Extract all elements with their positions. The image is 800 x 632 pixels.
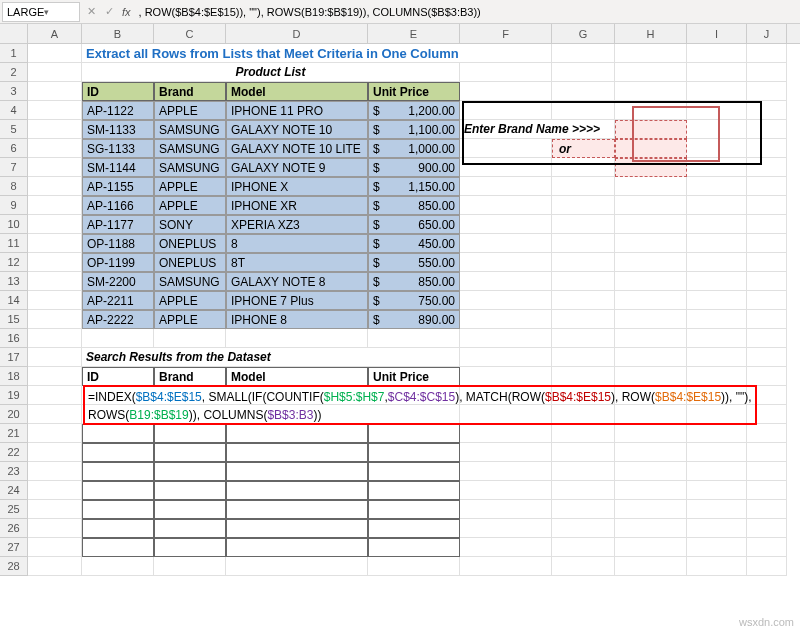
cell[interactable] [747, 63, 787, 82]
col-header-h[interactable]: H [615, 24, 687, 43]
cell[interactable] [747, 253, 787, 272]
result-cell[interactable] [154, 538, 226, 557]
cell[interactable] [747, 405, 787, 424]
cell-brand[interactable]: APPLE [154, 101, 226, 120]
cell-price[interactable]: $890.00 [368, 310, 460, 329]
cell[interactable] [552, 82, 615, 101]
row-header[interactable]: 10 [0, 215, 28, 234]
result-cell[interactable] [226, 462, 368, 481]
cell-id[interactable]: AP-1177 [82, 215, 154, 234]
name-box[interactable]: LARGE ▾ [2, 2, 80, 22]
cell[interactable] [747, 557, 787, 576]
cell-price[interactable]: $650.00 [368, 215, 460, 234]
cell[interactable] [552, 158, 615, 177]
cell[interactable] [687, 348, 747, 367]
cell-price[interactable]: $1,100.00 [368, 120, 460, 139]
cell[interactable] [615, 234, 687, 253]
cell[interactable] [28, 386, 82, 405]
cell-model[interactable]: 8T [226, 253, 368, 272]
cell-brand[interactable]: SAMSUNG [154, 272, 226, 291]
col-header-a[interactable]: A [28, 24, 82, 43]
row-header[interactable]: 4 [0, 101, 28, 120]
col-header-j[interactable]: J [747, 24, 787, 43]
cell[interactable] [82, 557, 154, 576]
cell[interactable] [747, 481, 787, 500]
row-header[interactable]: 3 [0, 82, 28, 101]
cell[interactable] [460, 348, 552, 367]
cell[interactable] [687, 101, 747, 120]
cell-price[interactable]: $450.00 [368, 234, 460, 253]
row-header[interactable]: 2 [0, 63, 28, 82]
cell-id[interactable]: AP-2211 [82, 291, 154, 310]
cell[interactable] [615, 253, 687, 272]
cell[interactable] [615, 519, 687, 538]
cell[interactable] [747, 291, 787, 310]
result-cell[interactable] [226, 424, 368, 443]
cell[interactable] [28, 291, 82, 310]
search-header-model[interactable]: Model [226, 367, 368, 386]
cell[interactable] [747, 196, 787, 215]
cell[interactable] [552, 443, 615, 462]
cell[interactable] [687, 310, 747, 329]
row-header[interactable]: 18 [0, 367, 28, 386]
result-cell[interactable] [82, 424, 154, 443]
cell-price[interactable]: $550.00 [368, 253, 460, 272]
cell[interactable] [552, 272, 615, 291]
search-header-price[interactable]: Unit Price [368, 367, 460, 386]
row-header[interactable]: 21 [0, 424, 28, 443]
cell[interactable] [615, 329, 687, 348]
cell[interactable] [615, 424, 687, 443]
cell[interactable] [28, 63, 82, 82]
search-header-id[interactable]: ID [82, 367, 154, 386]
cell[interactable] [687, 82, 747, 101]
cell[interactable] [28, 462, 82, 481]
row-header[interactable]: 17 [0, 348, 28, 367]
cell[interactable] [368, 329, 460, 348]
cell[interactable] [687, 215, 747, 234]
cell-id[interactable]: AP-1155 [82, 177, 154, 196]
cell[interactable] [747, 139, 787, 158]
cell-model[interactable]: GALAXY NOTE 10 LITE [226, 139, 368, 158]
cell[interactable] [28, 82, 82, 101]
cell[interactable] [615, 215, 687, 234]
result-cell[interactable] [154, 443, 226, 462]
result-cell[interactable] [226, 481, 368, 500]
col-header-g[interactable]: G [552, 24, 615, 43]
result-cell[interactable] [82, 538, 154, 557]
cell[interactable] [747, 424, 787, 443]
cell[interactable] [747, 158, 787, 177]
result-cell[interactable] [368, 538, 460, 557]
result-cell[interactable] [368, 443, 460, 462]
cell-price[interactable]: $750.00 [368, 291, 460, 310]
header-price[interactable]: Unit Price [368, 82, 460, 101]
cell-model[interactable]: GALAXY NOTE 8 [226, 272, 368, 291]
cell[interactable] [552, 557, 615, 576]
cell[interactable] [460, 82, 552, 101]
cell[interactable] [460, 443, 552, 462]
result-cell[interactable] [154, 519, 226, 538]
result-cell[interactable] [368, 462, 460, 481]
cell[interactable] [615, 367, 687, 386]
cell[interactable] [747, 519, 787, 538]
result-cell[interactable] [154, 462, 226, 481]
cell[interactable] [552, 291, 615, 310]
cell[interactable] [747, 462, 787, 481]
cell[interactable] [154, 329, 226, 348]
cell-brand[interactable]: ONEPLUS [154, 234, 226, 253]
cell[interactable] [615, 481, 687, 500]
cell[interactable] [687, 367, 747, 386]
cell[interactable] [460, 310, 552, 329]
row-header[interactable]: 25 [0, 500, 28, 519]
cell-id[interactable]: AP-2222 [82, 310, 154, 329]
cell-price[interactable]: $850.00 [368, 272, 460, 291]
row-header[interactable]: 16 [0, 329, 28, 348]
cell[interactable] [687, 120, 747, 139]
cell-brand[interactable]: ONEPLUS [154, 253, 226, 272]
or-label[interactable]: or [552, 139, 615, 158]
brand-input-2[interactable] [615, 139, 687, 158]
cell[interactable] [460, 329, 552, 348]
cell[interactable] [460, 234, 552, 253]
cell[interactable] [28, 310, 82, 329]
cell-model[interactable]: GALAXY NOTE 9 [226, 158, 368, 177]
cell[interactable] [687, 481, 747, 500]
